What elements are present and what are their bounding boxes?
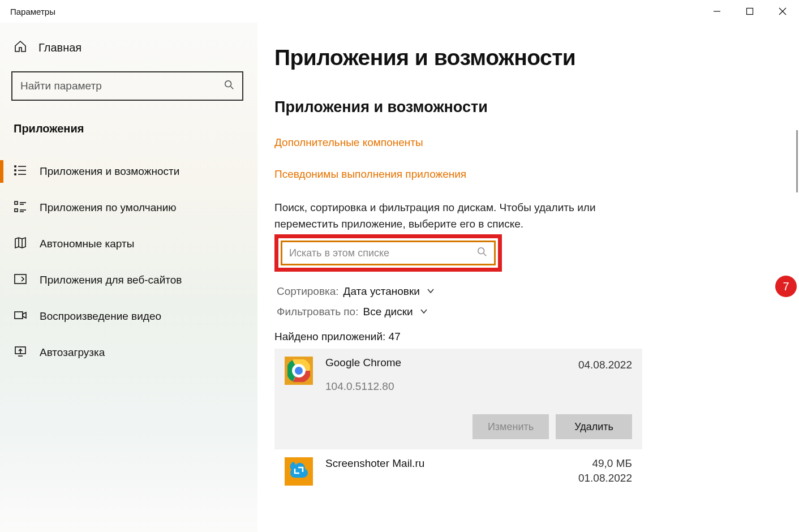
video-icon bbox=[14, 308, 27, 324]
svg-line-27 bbox=[484, 254, 487, 256]
svg-point-4 bbox=[225, 81, 231, 87]
map-icon bbox=[14, 236, 27, 252]
svg-rect-1 bbox=[747, 8, 753, 15]
minimize-button[interactable] bbox=[701, 0, 733, 23]
scrollbar[interactable] bbox=[796, 130, 798, 192]
svg-rect-21 bbox=[15, 312, 23, 319]
nav-label: Приложения для веб-сайтов bbox=[40, 274, 182, 286]
nav-video-playback[interactable]: Воспроизведение видео bbox=[0, 298, 257, 334]
info-text: Поиск, сортировка и фильтрация по дискам… bbox=[274, 200, 625, 232]
sidebar-section-title: Приложения bbox=[0, 118, 257, 153]
app-name: Screenshoter Mail.ru bbox=[325, 457, 424, 470]
sort-value: Дата установки bbox=[343, 285, 420, 298]
chevron-down-icon bbox=[418, 306, 428, 318]
filter-label: Фильтровать по: bbox=[277, 306, 358, 318]
window-controls bbox=[701, 0, 799, 23]
chevron-down-icon bbox=[424, 285, 435, 298]
modify-button[interactable]: Изменить bbox=[472, 414, 549, 439]
nav-label: Автозагрузка bbox=[40, 346, 105, 359]
nav-apps-features[interactable]: Приложения и возможности bbox=[0, 153, 257, 190]
apps-list-icon bbox=[14, 164, 27, 179]
startup-icon bbox=[14, 345, 27, 361]
app-date: 01.08.2022 bbox=[578, 472, 632, 484]
nav-apps-for-websites[interactable]: Приложения для веб-сайтов bbox=[0, 262, 257, 298]
app-version: 104.0.5112.80 bbox=[325, 380, 401, 393]
maximize-button[interactable] bbox=[733, 0, 766, 23]
svg-rect-13 bbox=[15, 209, 18, 212]
website-app-icon bbox=[14, 272, 27, 288]
svg-rect-12 bbox=[15, 201, 18, 204]
settings-search-input[interactable] bbox=[20, 80, 224, 92]
window-title: Параметры bbox=[10, 7, 55, 16]
step-badge: 7 bbox=[775, 276, 797, 297]
app-name: Google Chrome bbox=[325, 357, 401, 369]
nav-label: Воспроизведение видео bbox=[40, 310, 161, 323]
nav-label: Автономные карты bbox=[40, 238, 134, 250]
subsection-title: Приложения и возможности bbox=[274, 98, 771, 116]
sort-label: Сортировка: bbox=[277, 285, 339, 298]
sort-dropdown[interactable]: Сортировка: Дата установки bbox=[277, 285, 771, 298]
app-size: 49,0 МБ bbox=[578, 457, 632, 470]
close-button[interactable] bbox=[766, 0, 799, 23]
app-item-chrome[interactable]: Google Chrome 104.0.5112.80 04.08.2022 bbox=[274, 349, 642, 401]
nav-label: Приложения и возможности bbox=[40, 165, 179, 178]
svg-rect-8 bbox=[15, 174, 16, 175]
screenshoter-icon bbox=[285, 457, 313, 486]
svg-marker-22 bbox=[23, 312, 26, 318]
nav-default-apps[interactable]: Приложения по умолчанию bbox=[0, 190, 257, 226]
filter-dropdown[interactable]: Фильтровать по: Все диски bbox=[277, 306, 771, 318]
svg-rect-7 bbox=[15, 170, 16, 171]
chrome-icon bbox=[285, 357, 313, 385]
app-item-screenshoter[interactable]: Screenshoter Mail.ru 49,0 МБ 01.08.2022 bbox=[274, 449, 642, 494]
nav-startup[interactable]: Автозагрузка bbox=[0, 334, 257, 371]
apps-list-search-input[interactable] bbox=[289, 247, 477, 259]
default-apps-icon bbox=[14, 200, 27, 216]
svg-point-26 bbox=[478, 248, 484, 254]
nav-offline-maps[interactable]: Автономные карты bbox=[0, 226, 257, 262]
sidebar: Главная Приложения Приложения и возможно… bbox=[0, 23, 257, 532]
apps-count: Найдено приложений: 47 bbox=[274, 331, 771, 343]
page-title: Приложения и возможности bbox=[274, 45, 771, 70]
svg-rect-6 bbox=[15, 166, 16, 167]
svg-line-5 bbox=[231, 87, 234, 89]
titlebar: Параметры bbox=[0, 0, 799, 23]
uninstall-button[interactable]: Удалить bbox=[556, 414, 632, 439]
settings-search[interactable] bbox=[11, 71, 243, 101]
search-icon bbox=[477, 247, 487, 259]
home-nav[interactable]: Главная bbox=[0, 40, 257, 71]
execution-aliases-link[interactable]: Псевдонимы выполнения приложения bbox=[274, 168, 771, 181]
highlight-annotation bbox=[274, 234, 502, 272]
search-icon bbox=[224, 80, 234, 92]
home-label: Главная bbox=[38, 41, 81, 54]
app-actions: Изменить Удалить bbox=[274, 401, 642, 449]
app-date: 04.08.2022 bbox=[578, 359, 632, 371]
nav-label: Приложения по умолчанию bbox=[40, 201, 177, 214]
filter-value: Все диски bbox=[363, 306, 413, 318]
main-content: Приложения и возможности Приложения и во… bbox=[257, 23, 799, 532]
apps-list-search[interactable] bbox=[281, 241, 496, 265]
optional-features-link[interactable]: Дополнительные компоненты bbox=[274, 136, 771, 149]
home-icon bbox=[14, 40, 27, 55]
